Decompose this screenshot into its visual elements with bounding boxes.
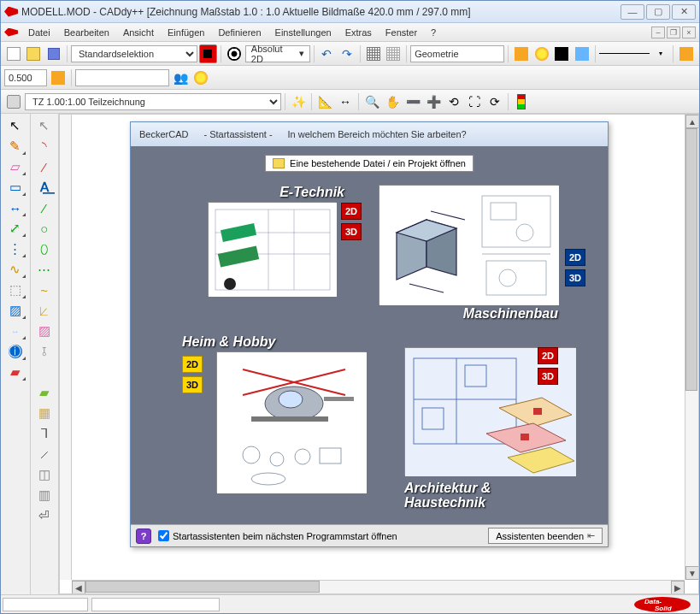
- zoom-prev-button[interactable]: ⟲: [444, 92, 463, 111]
- save-file-button[interactable]: [44, 44, 63, 63]
- menu-ansicht[interactable]: Ansicht: [116, 23, 161, 41]
- maschinenbau-3d-button[interactable]: 3D: [565, 269, 585, 286]
- tool-erase[interactable]: [3, 156, 27, 177]
- tool-ellipse[interactable]: [32, 239, 56, 259]
- tool-line-green[interactable]: [32, 198, 56, 218]
- new-file-button[interactable]: [4, 44, 23, 63]
- layer-stack2-button[interactable]: [677, 44, 696, 63]
- tool-polyline[interactable]: [32, 423, 56, 444]
- mdi-minimize-button[interactable]: –: [651, 27, 665, 38]
- tool-angle[interactable]: [32, 300, 56, 321]
- tool-draw[interactable]: [3, 136, 27, 156]
- architektur-3d-button[interactable]: 3D: [538, 368, 558, 385]
- tool-line[interactable]: [32, 156, 56, 177]
- secondary-text-input[interactable]: [75, 69, 169, 86]
- scroll-left-button[interactable]: ◀: [72, 581, 85, 594]
- figure-button[interactable]: 👥: [171, 68, 190, 87]
- menu-help[interactable]: ?: [424, 23, 443, 41]
- selection-red-button[interactable]: [199, 44, 218, 63]
- zoom-extents-button[interactable]: ⛶: [465, 92, 484, 111]
- end-wizard-button[interactable]: Assistenten beenden: [488, 528, 603, 544]
- maximize-button[interactable]: ▢: [646, 4, 670, 20]
- menu-einstellungen[interactable]: Einstellungen: [268, 23, 338, 41]
- tool-selectrect[interactable]: [3, 280, 27, 300]
- zoom-in-button[interactable]: ➕: [424, 92, 443, 111]
- tool-return[interactable]: [32, 505, 56, 526]
- tool-rect[interactable]: [3, 177, 27, 198]
- drawing-scale-combo[interactable]: TZ 1.00:1.00 Teilzeichnung: [25, 93, 281, 110]
- tool-select2[interactable]: [32, 115, 56, 136]
- drawing-canvas[interactable]: BeckerCAD - Startassistent - In welchem …: [59, 114, 699, 594]
- tool-hatch[interactable]: [3, 300, 27, 321]
- color-black-button[interactable]: [552, 44, 571, 63]
- measure-button[interactable]: 📐: [315, 92, 334, 111]
- heimhobby-3d-button[interactable]: 3D: [182, 376, 203, 393]
- coord-mode-label[interactable]: Absolut 2D ▾: [245, 45, 310, 62]
- tool-curve[interactable]: [3, 259, 27, 280]
- tool-dimension[interactable]: [3, 321, 27, 341]
- tool-move[interactable]: [3, 198, 27, 218]
- layer-vis-button[interactable]: [512, 44, 531, 63]
- tool-info[interactable]: [3, 341, 27, 362]
- tool-symbol[interactable]: [32, 403, 56, 423]
- show-on-start-input[interactable]: [158, 530, 169, 541]
- show-on-start-checkbox[interactable]: Startassistenten beim nächsten Programms…: [158, 530, 397, 541]
- mdi-restore-button[interactable]: ❐: [667, 27, 680, 38]
- layer-bulb-button[interactable]: [532, 44, 551, 63]
- menu-einfuegen[interactable]: Einfügen: [161, 23, 211, 41]
- etechnik-2d-button[interactable]: 2D: [341, 203, 362, 220]
- tool-select[interactable]: [3, 115, 27, 136]
- scroll-right-button[interactable]: ▶: [671, 581, 685, 594]
- open-file-button[interactable]: [25, 44, 44, 63]
- architektur-2d-button[interactable]: 2D: [538, 347, 558, 364]
- tool-pick[interactable]: [3, 218, 27, 239]
- dim-button[interactable]: ↔: [336, 92, 355, 111]
- selection-mode-combo[interactable]: Standardselektion: [71, 45, 197, 62]
- tool-points-h[interactable]: [32, 259, 56, 280]
- etechnik-thumb[interactable]: [208, 202, 336, 296]
- bulb-cursor-button[interactable]: ✨: [289, 92, 308, 111]
- tool-delete[interactable]: [3, 362, 27, 382]
- etechnik-3d-button[interactable]: 3D: [341, 223, 362, 240]
- tool-construct[interactable]: [32, 341, 56, 362]
- grid-coarse-button[interactable]: [385, 44, 403, 63]
- bulb-button[interactable]: [191, 68, 210, 87]
- scrollbar-horizontal[interactable]: ◀ ▶: [72, 580, 685, 593]
- scroll-h-thumb[interactable]: [85, 581, 320, 593]
- tool-arc[interactable]: [32, 136, 56, 156]
- tool-circle[interactable]: [32, 218, 56, 239]
- maschinenbau-2d-button[interactable]: 2D: [565, 249, 585, 266]
- tool-3d[interactable]: [32, 464, 56, 485]
- menu-definieren[interactable]: Definieren: [211, 23, 268, 41]
- tool-paint[interactable]: [32, 382, 56, 403]
- open-existing-button[interactable]: Eine bestehende Datei / ein Projekt öffn…: [265, 155, 474, 172]
- mdi-close-button[interactable]: ×: [682, 27, 696, 38]
- refresh-button[interactable]: ⟳: [485, 92, 504, 111]
- close-button[interactable]: ✕: [672, 4, 696, 20]
- undo-button[interactable]: ↶: [318, 44, 337, 63]
- target-button[interactable]: [225, 44, 244, 63]
- maschinenbau-thumb[interactable]: [379, 185, 558, 304]
- tool-text[interactable]: [32, 177, 56, 198]
- traffic-button[interactable]: [512, 92, 531, 111]
- zoom-out-button[interactable]: ➖: [403, 92, 422, 111]
- print-button[interactable]: [4, 92, 23, 111]
- layer-stack-button[interactable]: [573, 44, 591, 63]
- menu-extras[interactable]: Extras: [338, 23, 379, 41]
- tool-points-v[interactable]: [3, 239, 27, 259]
- layer-quick-button[interactable]: [49, 68, 68, 87]
- pan-button[interactable]: ✋: [383, 92, 402, 111]
- zoom-window-button[interactable]: 🔍: [362, 92, 381, 111]
- scroll-down-button[interactable]: ▼: [685, 566, 699, 580]
- scroll-up-button[interactable]: ▲: [685, 115, 699, 128]
- tool-hatch2[interactable]: [32, 321, 56, 341]
- heimhobby-thumb[interactable]: [216, 351, 366, 493]
- tool-3d2[interactable]: [32, 485, 56, 505]
- linetype-dropdown[interactable]: ▾: [651, 44, 670, 63]
- tool-spline[interactable]: [32, 280, 56, 300]
- linetype-preview[interactable]: [599, 53, 650, 54]
- menu-datei[interactable]: Datei: [21, 23, 57, 41]
- menu-fenster[interactable]: Fenster: [379, 23, 424, 41]
- geometry-input[interactable]: [410, 45, 504, 62]
- scrollbar-vertical[interactable]: ▲ ▼: [685, 115, 698, 580]
